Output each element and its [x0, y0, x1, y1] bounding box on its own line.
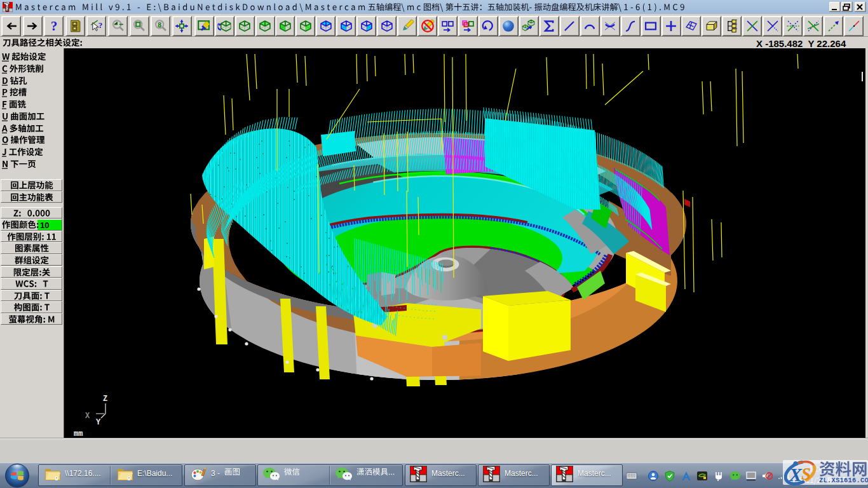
svg-text:10: 10	[40, 220, 49, 230]
svg-text:?: ?	[50, 19, 57, 32]
svg-text:X: X	[789, 464, 803, 485]
svg-text:S: S	[801, 464, 811, 484]
svg-text:Z: Z	[103, 395, 107, 403]
svg-text:mm: mm	[74, 430, 83, 438]
svg-text:8: 8	[158, 21, 161, 29]
svg-text:?: ?	[98, 20, 103, 30]
svg-text:Y: Y	[96, 418, 101, 427]
svg-text:X: X	[85, 412, 90, 421]
